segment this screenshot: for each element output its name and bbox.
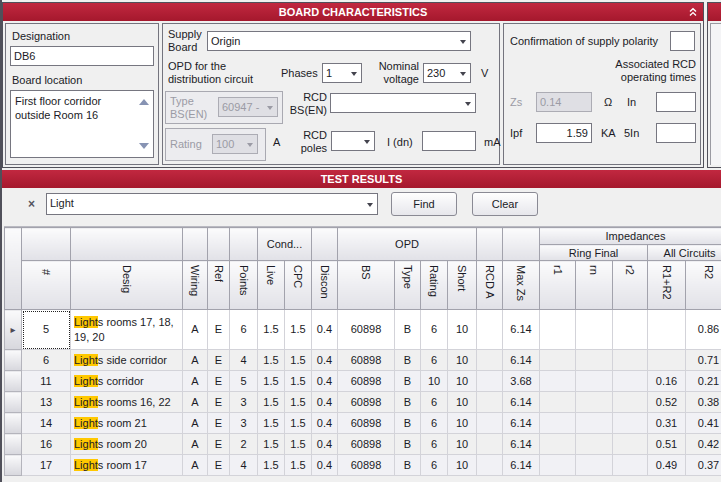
cell-number[interactable]: 6 xyxy=(22,350,71,371)
cell-r1-r2[interactable]: 0.52 xyxy=(648,392,686,413)
phases-select[interactable]: 1 xyxy=(322,63,362,83)
cell-short[interactable]: 10 xyxy=(448,310,477,350)
nominal-voltage-select[interactable]: 230 xyxy=(423,63,471,83)
cell-wiring[interactable]: A xyxy=(183,371,208,392)
cell-r1-r2[interactable]: 0.51 xyxy=(648,434,686,455)
cell-wiring[interactable]: A xyxy=(183,434,208,455)
cell-designation[interactable]: Lights side corridor xyxy=(71,350,183,371)
cell-type[interactable]: B xyxy=(395,455,421,476)
row-indicator[interactable] xyxy=(5,434,22,455)
cell-points[interactable]: 5 xyxy=(230,371,258,392)
cell-ref[interactable]: E xyxy=(208,350,230,371)
cell-r2[interactable]: 0.21 xyxy=(686,371,721,392)
row-indicator[interactable] xyxy=(5,371,22,392)
cell-r2[interactable] xyxy=(613,392,648,413)
column-header-live[interactable]: Live xyxy=(258,261,285,310)
rcd-poles-select[interactable] xyxy=(331,131,375,151)
cell-max-zs[interactable]: 6.14 xyxy=(503,455,540,476)
cell-rating[interactable]: 6 xyxy=(421,455,448,476)
cell-short[interactable]: 10 xyxy=(448,455,477,476)
cell-rn[interactable] xyxy=(576,455,613,476)
cell-wiring[interactable]: A xyxy=(183,350,208,371)
cell-rating[interactable]: 10 xyxy=(421,371,448,392)
cell-rn[interactable] xyxy=(576,413,613,434)
cell-rcd-a[interactable] xyxy=(477,434,503,455)
cell-max-zs[interactable]: 3.68 xyxy=(503,371,540,392)
cell-live[interactable]: 1.5 xyxy=(258,350,285,371)
cell-rcd-a[interactable] xyxy=(477,455,503,476)
cell-discon[interactable]: 0.4 xyxy=(312,310,338,350)
cell-r2[interactable] xyxy=(613,434,648,455)
ipf-input[interactable]: 1.59 xyxy=(536,123,592,143)
cell-type[interactable]: B xyxy=(395,434,421,455)
cell-r2[interactable]: 0.71 xyxy=(686,350,721,371)
cell-ref[interactable]: E xyxy=(208,413,230,434)
row-indicator[interactable] xyxy=(5,392,22,413)
cell-points[interactable]: 6 xyxy=(230,310,258,350)
cell-ref[interactable]: E xyxy=(208,455,230,476)
cell-r1[interactable] xyxy=(540,413,576,434)
cell-discon[interactable]: 0.4 xyxy=(312,413,338,434)
cell-r2[interactable]: 0.41 xyxy=(686,413,721,434)
cell-cpc[interactable]: 1.5 xyxy=(285,350,312,371)
cell-wiring[interactable]: A xyxy=(183,455,208,476)
cell-rcd-a[interactable] xyxy=(477,392,503,413)
cell-points[interactable]: 3 xyxy=(230,413,258,434)
idn-input[interactable] xyxy=(422,131,476,151)
cell-wiring[interactable]: A xyxy=(183,392,208,413)
row-indicator[interactable] xyxy=(5,455,22,476)
cell-rn[interactable] xyxy=(576,371,613,392)
cell-number[interactable]: 11 xyxy=(22,371,71,392)
column-header-type[interactable]: Type xyxy=(395,261,421,310)
column-header-points[interactable]: Points xyxy=(230,261,258,310)
column-header-ref[interactable]: Ref xyxy=(208,261,230,310)
cell-discon[interactable]: 0.4 xyxy=(312,350,338,371)
supply-board-select[interactable]: Origin xyxy=(207,31,471,51)
scroll-up-icon[interactable] xyxy=(139,99,149,105)
cell-wiring[interactable]: A xyxy=(183,413,208,434)
column-header-rating[interactable]: Rating xyxy=(421,261,448,310)
cell-bs[interactable]: 60898 xyxy=(338,455,395,476)
find-button[interactable]: Find xyxy=(391,192,457,216)
cell-cpc[interactable]: 1.5 xyxy=(285,434,312,455)
cell-number[interactable]: 5 xyxy=(22,310,71,350)
cell-max-zs[interactable]: 6.14 xyxy=(503,434,540,455)
cell-r2[interactable] xyxy=(613,413,648,434)
scroll-down-icon[interactable] xyxy=(139,143,149,149)
cell-rcd-a[interactable] xyxy=(477,371,503,392)
cell-cpc[interactable]: 1.5 xyxy=(285,371,312,392)
column-header-r2[interactable]: r2 xyxy=(613,261,648,310)
column-header-max-zs[interactable]: Max Zs xyxy=(503,261,540,310)
cell-type[interactable]: B xyxy=(395,371,421,392)
clear-button[interactable]: Clear xyxy=(472,192,538,216)
cell-rating[interactable]: 6 xyxy=(421,350,448,371)
cell-number[interactable]: 17 xyxy=(22,455,71,476)
cell-rn[interactable] xyxy=(576,392,613,413)
cell-r1[interactable] xyxy=(540,434,576,455)
cell-live[interactable]: 1.5 xyxy=(258,310,285,350)
cell-short[interactable]: 10 xyxy=(448,413,477,434)
column-header-short[interactable]: Short xyxy=(448,261,477,310)
cell-bs[interactable]: 60898 xyxy=(338,413,395,434)
row-indicator[interactable] xyxy=(5,350,22,371)
cell-rating[interactable]: 6 xyxy=(421,413,448,434)
cell-points[interactable]: 4 xyxy=(230,350,258,371)
in-input[interactable] xyxy=(656,92,696,112)
rcd-bsen-select[interactable] xyxy=(330,93,476,113)
row-indicator-selected[interactable]: ▸ xyxy=(5,310,22,350)
cell-r1-r2[interactable]: 0.31 xyxy=(648,413,686,434)
cell-live[interactable]: 1.5 xyxy=(258,434,285,455)
column-header-r1-r2[interactable]: R1+R2 xyxy=(648,261,686,310)
cell-live[interactable]: 1.5 xyxy=(258,455,285,476)
cell-discon[interactable]: 0.4 xyxy=(312,434,338,455)
cell-rating[interactable]: 6 xyxy=(421,392,448,413)
cell-ref[interactable]: E xyxy=(208,371,230,392)
column-header-bs[interactable]: BS xyxy=(338,261,395,310)
cell-bs[interactable]: 60898 xyxy=(338,350,395,371)
cell-r1-r2[interactable]: 0.16 xyxy=(648,371,686,392)
cell-points[interactable]: 4 xyxy=(230,455,258,476)
cell-rating[interactable]: 6 xyxy=(421,310,448,350)
cell-rcd-a[interactable] xyxy=(477,413,503,434)
cell-r1[interactable] xyxy=(540,350,576,371)
cell-ref[interactable]: E xyxy=(208,310,230,350)
